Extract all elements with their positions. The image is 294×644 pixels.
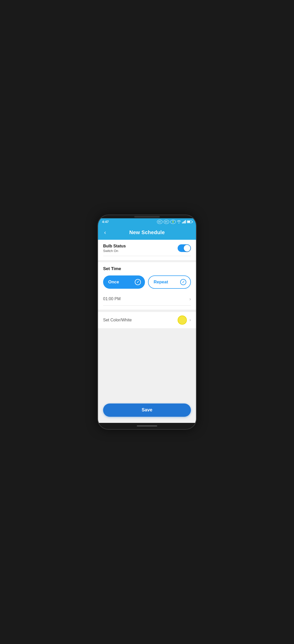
color-row[interactable]: Set Color/White › — [103, 315, 191, 325]
header-title: New Schedule — [129, 230, 165, 235]
color-chevron-icon: › — [189, 317, 191, 323]
color-circle — [178, 315, 187, 325]
notch — [134, 216, 160, 218]
bulb-toggle[interactable] — [178, 244, 191, 252]
status-icons: BPL BPL 🔋 — [157, 220, 192, 224]
bulb-status-title: Bulb Status — [103, 244, 126, 248]
battery-icon-small: 🔋 — [170, 220, 176, 224]
phone-frame: 4:47 BPL BPL 🔋 ‹ N — [97, 214, 197, 430]
time-row[interactable]: 01:00 PM › — [103, 293, 191, 306]
battery-icon — [187, 220, 192, 223]
repeat-label: Repeat — [154, 280, 168, 285]
bulb-status-section: Bulb Status Switch On — [98, 240, 196, 260]
app-header: ‹ New Schedule — [98, 225, 196, 240]
set-time-section: Set Time Once ✓ Repeat ✓ — [98, 262, 196, 310]
bulb-status-row: Bulb Status Switch On — [103, 244, 191, 253]
status-bar: 4:47 BPL BPL 🔋 — [98, 218, 196, 225]
section-divider-2 — [98, 310, 196, 312]
signal-icon — [182, 220, 186, 223]
status-time: 4:47 — [102, 220, 109, 224]
bpl-icon-2: BPL — [164, 220, 169, 224]
content-spacer — [98, 328, 196, 399]
color-section: Set Color/White › — [98, 312, 196, 328]
repeat-button[interactable]: Repeat ✓ — [148, 275, 191, 289]
section-divider-1 — [98, 260, 196, 262]
notch-bar — [98, 215, 196, 218]
once-check-icon: ✓ — [135, 279, 141, 285]
divider — [103, 256, 191, 256]
time-value: 01:00 PM — [103, 297, 120, 301]
time-chevron-icon: › — [189, 296, 191, 302]
toggle-thumb — [184, 245, 190, 251]
wifi-icon — [177, 220, 181, 223]
home-indicator — [137, 425, 157, 426]
save-button[interactable]: Save — [103, 403, 191, 417]
color-label: Set Color/White — [103, 318, 132, 322]
repeat-check-icon: ✓ — [180, 279, 186, 285]
main-content: Bulb Status Switch On Set Time Once ✓ — [98, 240, 196, 423]
bpl-icon-1: BPL — [157, 220, 163, 224]
once-label: Once — [108, 280, 119, 285]
bottom-bar — [98, 423, 196, 429]
set-time-title: Set Time — [103, 266, 191, 271]
bulb-status-subtitle: Switch On — [103, 249, 126, 253]
schedule-buttons: Once ✓ Repeat ✓ — [103, 275, 191, 289]
save-section: Save — [98, 399, 196, 423]
bulb-status-text: Bulb Status Switch On — [103, 244, 126, 253]
once-button[interactable]: Once ✓ — [103, 275, 145, 289]
back-button[interactable]: ‹ — [102, 228, 108, 237]
color-right: › — [178, 315, 191, 325]
